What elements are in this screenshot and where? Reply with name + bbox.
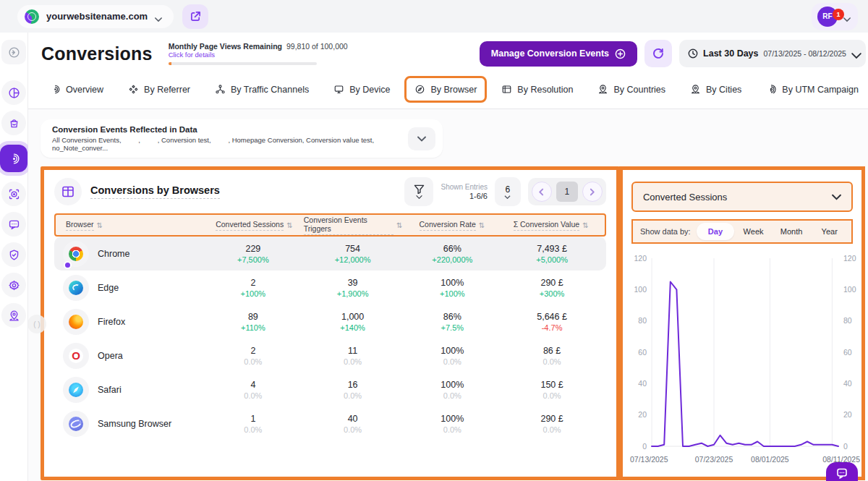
report-tabs: OverviewBy ReferrerBy Traffic ChannelsBy… [28, 72, 868, 109]
sidebar-item-security[interactable] [1, 242, 26, 267]
table-icon [54, 178, 82, 205]
sidebar-item-collapse-sidebar[interactable] [1, 40, 26, 64]
chevron-down-icon [504, 195, 511, 199]
sidebar [0, 33, 28, 481]
chevron-down-icon [416, 195, 422, 199]
chat-widget-button[interactable] [826, 462, 858, 481]
tab-label: By Browser [430, 85, 477, 95]
tab-label: By Countries [613, 85, 665, 95]
table-row-safari[interactable]: Safari40.0%160.0%100%0.0%150 £0.0% [54, 373, 606, 406]
tab-by-resolution[interactable]: By Resolution [491, 76, 583, 103]
website-selector[interactable]: yourwebsitename.com [17, 5, 174, 28]
funnel-icon [414, 184, 425, 194]
arrow-left-icon [537, 188, 545, 196]
overview-icon [50, 84, 61, 95]
by-cities-icon [690, 84, 701, 95]
mpv-details-link[interactable]: Click for details [169, 51, 348, 59]
safari-logo-icon [63, 377, 89, 403]
tab-overview[interactable]: Overview [40, 76, 114, 103]
content-area: Conversion Events Reflected in Data All … [28, 109, 868, 481]
globe-icon [25, 9, 39, 24]
sidebar-item-goals[interactable] [1, 182, 26, 206]
chevron-down-icon [417, 135, 426, 143]
date-range-label: Last 30 Days [703, 48, 758, 59]
table-title: Conversions by Browsers [90, 184, 220, 199]
column-header-3[interactable]: Conversion Rate⇅ [402, 220, 501, 231]
metric-cell: 150 £0.0% [502, 380, 602, 400]
by-traffic-channels-icon [215, 84, 226, 95]
page-size-select[interactable]: 6 [495, 177, 521, 206]
metric-cell: 20.0% [203, 346, 303, 366]
metric-cell: 110.0% [303, 346, 403, 366]
column-header-1[interactable]: Converted Sessions⇅ [205, 220, 304, 231]
table-row-edge[interactable]: Edge2+100%39+1,900%100%+100%290 £+300% [54, 271, 606, 305]
sidebar-item-orders[interactable] [1, 111, 26, 135]
tab-by-browser[interactable]: By Browser [404, 76, 487, 103]
tab-by-cities[interactable]: By Cities [680, 76, 752, 103]
conversion-events-banner: Conversion Events Reflected in Data All … [41, 119, 443, 158]
date-range-picker[interactable]: Last 30 Days 07/13/2025 - 08/12/2025 [679, 40, 866, 67]
column-header-4[interactable]: Σ Conversion Value⇅ [501, 220, 600, 231]
browser-name: Safari [98, 385, 122, 395]
browser-name: Samsung Browser [98, 419, 171, 429]
column-header-2[interactable]: Conversion Events Triggers⇅ [304, 216, 403, 235]
period-year[interactable]: Year [810, 223, 848, 240]
svg-text:07/13/2025: 07/13/2025 [630, 455, 668, 464]
events-banner-subtitle: All Conversion Events, , , Conversion te… [52, 136, 408, 152]
current-page[interactable]: 1 [556, 182, 578, 202]
sort-icon: ⇅ [396, 221, 402, 229]
period-week[interactable]: Week [734, 223, 773, 240]
table-row-firefox[interactable]: Firefox89+110%1,000+140%86%+7.5%5,646 £-… [54, 305, 606, 339]
svg-text:100: 100 [843, 285, 856, 294]
by-device-icon [333, 84, 344, 95]
table-row-chrome[interactable]: Chrome229+7,500%754+12,000%66%+220,000%7… [54, 237, 606, 271]
period-month[interactable]: Month [773, 223, 811, 240]
sort-icon: ⇅ [97, 221, 103, 229]
metric-cell: 7,493 £+5,000% [502, 244, 602, 264]
previous-page-button[interactable] [532, 182, 552, 202]
events-banner-expand-button[interactable] [408, 127, 435, 150]
sidebar-item-conversions[interactable] [0, 145, 27, 172]
svg-text:80: 80 [843, 316, 852, 325]
mpv-label: Monthly Page Views Remaining [169, 42, 282, 51]
sidebar-item-feedback[interactable] [1, 212, 26, 237]
conversions-table-panel: Conversions by Browsers Shown Entries 1-… [41, 166, 620, 480]
period-day[interactable]: Day [697, 223, 735, 240]
metric-cell: 754+12,000% [303, 244, 403, 264]
top-bar: yourwebsitename.com RF 1 [0, 0, 868, 33]
sidebar-item-settings[interactable] [1, 273, 26, 297]
svg-text:120: 120 [634, 254, 647, 263]
chrome-logo-icon [63, 241, 89, 267]
tab-by-referrer[interactable]: By Referrer [118, 76, 200, 103]
notification-badge: 1 [833, 9, 844, 20]
filter-button[interactable] [404, 177, 433, 206]
chart-panel: ( ) Converted Sessions Show data by: Day… [619, 166, 865, 480]
metric-cell: 66%+220,000% [402, 244, 502, 264]
tab-by-countries[interactable]: By Countries [587, 76, 676, 103]
user-menu[interactable]: RF 1 [812, 3, 858, 30]
tab-by-traffic-channels[interactable]: By Traffic Channels [205, 76, 319, 103]
tab-label: By Traffic Channels [231, 85, 309, 95]
metric-cell: 1,000+140% [303, 312, 403, 332]
chevron-down-icon [851, 51, 857, 56]
svg-text:60: 60 [843, 348, 852, 357]
open-website-button[interactable] [182, 4, 208, 29]
refresh-button[interactable] [644, 40, 672, 67]
panel-resize-handle[interactable]: ( ) [28, 315, 46, 333]
sidebar-item-analytics[interactable] [1, 80, 26, 105]
manage-conversion-events-button[interactable]: Manage Conversion Events [480, 41, 637, 67]
table-row-samsung[interactable]: Samsung Browser10.0%400.0%100%0.0%290 £0… [54, 406, 606, 440]
by-referrer-icon [128, 84, 139, 95]
sort-icon: ⇅ [582, 221, 588, 229]
next-page-button[interactable] [582, 182, 603, 202]
tab-label: By UTM Campaign [782, 85, 859, 95]
column-header-browser[interactable]: Browser⇅ [60, 220, 205, 231]
table-row-opera[interactable]: Opera20.0%110.0%100%0.0%86 £0.0% [54, 339, 606, 373]
show-data-by-label: Show data by: [640, 227, 691, 236]
metric-select[interactable]: Converted Sessions [631, 182, 853, 212]
sidebar-item-locations[interactable] [1, 303, 26, 328]
by-utm-campaign-icon [766, 84, 777, 95]
page-header: Conversions Monthly Page Views Remaining… [28, 33, 868, 72]
tab-by-device[interactable]: By Device [323, 76, 400, 103]
tab-by-utm-campaign[interactable]: By UTM Campaign [756, 76, 868, 103]
